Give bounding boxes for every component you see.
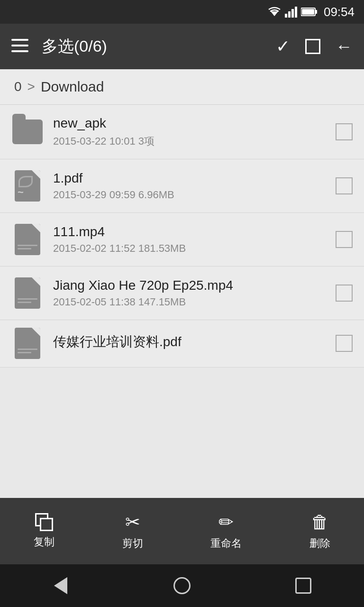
file-meta: 2015-02-02 11:52 181.53MB <box>53 242 326 255</box>
nav-back-button[interactable] <box>46 571 75 600</box>
list-item[interactable]: 111.mp4 2015-02-02 11:52 181.53MB <box>0 213 364 267</box>
doc-icon <box>11 277 44 309</box>
svg-marker-0 <box>271 11 278 16</box>
svg-rect-4 <box>11 39 28 41</box>
file-name: 传媒行业培训资料.pdf <box>53 334 326 350</box>
pencil-icon: ✏ <box>218 512 234 533</box>
select-all-icon[interactable] <box>305 39 320 54</box>
svg-rect-5 <box>11 45 28 46</box>
list-item[interactable]: Jiang Xiao He 720p Ep25.mp4 2015-02-05 1… <box>0 267 364 320</box>
scissors-icon: ✂ <box>125 512 140 533</box>
file-meta: 2015-03-22 10:01 3项 <box>53 134 326 148</box>
copy-icon <box>35 513 53 531</box>
back-icon[interactable]: ← <box>336 37 353 56</box>
doc-icon <box>11 327 44 359</box>
pdf-icon: ~ <box>11 170 44 202</box>
status-time: 09:54 <box>324 5 355 19</box>
list-item[interactable]: 传媒行业培训资料.pdf <box>0 320 364 368</box>
file-meta: 2015-03-29 09:59 6.96MB <box>53 189 326 201</box>
wifi-icon <box>268 7 281 17</box>
menu-icon[interactable] <box>11 39 28 55</box>
file-checkbox-2[interactable] <box>336 231 353 248</box>
file-name: 111.mp4 <box>53 224 326 240</box>
file-info: 111.mp4 2015-02-02 11:52 181.53MB <box>53 224 326 255</box>
nav-bar <box>0 564 364 607</box>
breadcrumb-current: Download <box>41 79 104 95</box>
file-info: new_apk 2015-03-22 10:01 3项 <box>53 115 326 148</box>
file-list: new_apk 2015-03-22 10:01 3项 ~ 1.pdf 2015… <box>0 105 364 498</box>
trash-icon: 🗑 <box>311 512 329 533</box>
status-bar: 09:54 <box>0 0 364 24</box>
confirm-icon[interactable]: ✓ <box>276 37 290 56</box>
list-item[interactable]: new_apk 2015-03-22 10:01 3项 <box>0 105 364 159</box>
doc-icon <box>11 223 44 256</box>
file-checkbox-0[interactable] <box>336 123 353 140</box>
file-checkbox-4[interactable] <box>336 335 353 352</box>
status-icons: 09:54 <box>268 5 355 19</box>
list-item[interactable]: ~ 1.pdf 2015-03-29 09:59 6.96MB <box>0 159 364 213</box>
file-info: Jiang Xiao He 720p Ep25.mp4 2015-02-05 1… <box>53 277 326 309</box>
breadcrumb-root[interactable]: 0 <box>14 79 22 94</box>
file-checkbox-1[interactable] <box>336 177 353 194</box>
file-info: 传媒行业培训资料.pdf <box>53 334 326 353</box>
breadcrumb-separator: > <box>27 79 35 94</box>
bottom-toolbar: 复制 ✂ 剪切 ✏ 重命名 🗑 删除 <box>0 498 364 564</box>
svg-rect-3 <box>302 9 314 15</box>
svg-rect-2 <box>315 10 317 14</box>
app-bar: 多选(0/6) ✓ ← <box>0 24 364 69</box>
cut-button[interactable]: ✂ 剪切 <box>122 512 143 551</box>
file-meta: 2015-02-05 11:38 147.15MB <box>53 296 326 308</box>
delete-label: 删除 <box>309 536 330 551</box>
file-info: 1.pdf 2015-03-29 09:59 6.96MB <box>53 170 326 202</box>
svg-rect-6 <box>11 50 28 52</box>
delete-button[interactable]: 🗑 删除 <box>309 512 330 551</box>
file-checkbox-3[interactable] <box>336 285 353 302</box>
copy-button[interactable]: 复制 <box>34 513 55 549</box>
rename-button[interactable]: ✏ 重命名 <box>210 512 242 551</box>
file-name: new_apk <box>53 115 326 131</box>
nav-home-button[interactable] <box>168 571 196 600</box>
folder-icon <box>11 116 44 148</box>
file-name: Jiang Xiao He 720p Ep25.mp4 <box>53 277 326 294</box>
app-bar-actions: ✓ ← <box>276 37 353 56</box>
nav-recents-button[interactable] <box>289 571 318 600</box>
breadcrumb: 0 > Download <box>0 69 364 105</box>
signal-icon <box>285 7 297 18</box>
copy-label: 复制 <box>34 535 55 549</box>
app-bar-title: 多选(0/6) <box>42 36 263 57</box>
file-name: 1.pdf <box>53 170 326 186</box>
battery-icon <box>301 8 317 16</box>
cut-label: 剪切 <box>122 536 143 551</box>
rename-label: 重命名 <box>210 536 242 551</box>
